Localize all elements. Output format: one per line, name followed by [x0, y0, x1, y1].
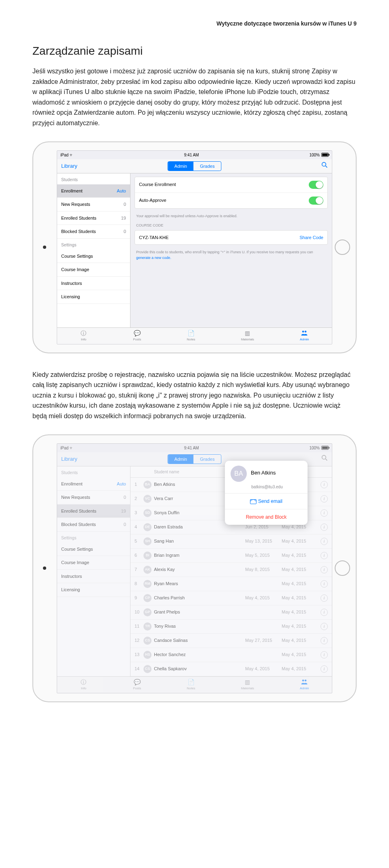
sidebar-item-enrolled[interactable]: Enrolled Students19 — [57, 212, 130, 225]
info-icon[interactable]: i — [321, 609, 328, 616]
switch-course-enrollment[interactable] — [309, 181, 323, 189]
tab-notes[interactable]: 📄Notes — [187, 678, 195, 691]
info-icon[interactable]: i — [321, 637, 328, 644]
nav-back-library[interactable]: Library — [61, 455, 77, 463]
status-bar: iPad ᯤ 9:41 AM 100% — [57, 151, 332, 159]
seg-admin[interactable]: Admin — [168, 162, 193, 171]
tab-admin[interactable]: Admin — [300, 678, 309, 691]
info-icon[interactable]: i — [321, 594, 328, 602]
date-2: May 4, 2015 — [282, 552, 318, 559]
table-row[interactable]: 7AKAlexis KayMay 8, 2015May 4, 2015i — [130, 563, 332, 577]
info-icon[interactable]: i — [321, 580, 328, 588]
share-code-link[interactable]: Share Code — [299, 234, 323, 241]
sidebar-item-blocked[interactable]: Blocked Students0 — [57, 518, 130, 532]
tab-info[interactable]: ⓘInfo — [80, 329, 87, 342]
info-icon[interactable]: i — [321, 481, 328, 488]
table-row[interactable]: 9CPCharles ParrishMay 4, 2015May 4, 2015… — [130, 591, 332, 605]
table-row[interactable]: 13HSHector SanchezMay 4, 2015i — [130, 648, 332, 662]
popover-send-email[interactable]: Send email — [225, 493, 308, 509]
info-icon[interactable]: i — [321, 552, 328, 559]
row-number: 4 — [135, 524, 143, 530]
sidebar-item-instructors[interactable]: Instructors — [57, 570, 130, 584]
svg-point-2 — [302, 331, 304, 333]
row-number: 7 — [135, 566, 143, 573]
admin-icon — [301, 678, 308, 686]
info-icon[interactable]: i — [321, 509, 328, 517]
avatar: BI — [143, 552, 152, 560]
student-name: Tony Rivas — [154, 623, 245, 630]
sidebar-item-licensing[interactable]: Licensing — [57, 290, 130, 304]
sidebar-item-course-image[interactable]: Course Image — [57, 263, 130, 277]
seg-grades[interactable]: Grades — [194, 162, 221, 171]
tab-materials[interactable]: ▥Materials — [241, 329, 254, 342]
table-row[interactable]: 5SHSang HanMay 13, 2015May 4, 2015i — [130, 534, 332, 549]
info-icon[interactable]: i — [321, 566, 328, 573]
segmented-control[interactable]: Admin Grades — [167, 454, 221, 464]
sidebar-item-course-settings[interactable]: Course Settings — [57, 543, 130, 556]
nav-back-library[interactable]: Library — [61, 162, 77, 170]
sidebar-item-enrollment[interactable]: EnrollmentAuto — [57, 477, 130, 491]
search-icon[interactable] — [321, 161, 328, 171]
row-course-code[interactable]: CYZ-TAN-KHEShare Code — [135, 231, 327, 245]
sidebar-item-instructors[interactable]: Instructors — [57, 277, 130, 291]
sidebar-heading-settings: Settings — [57, 532, 130, 543]
tab-posts[interactable]: 💬Posts — [133, 678, 141, 691]
sidebar-heading-students: Students — [57, 466, 130, 477]
battery-icon — [321, 153, 329, 157]
battery-icon — [321, 446, 329, 450]
table-row[interactable]: 14CSChella SapkarovMay 4, 2015May 4, 201… — [130, 662, 332, 676]
generate-new-code-link[interactable]: generate a new code. — [136, 256, 171, 260]
table-row[interactable]: 6BIBrian IngramMay 5, 2015May 4, 2015i — [130, 549, 332, 563]
row-number: 13 — [135, 651, 143, 658]
date-1: May 27, 2015 — [245, 637, 282, 644]
section-caption-course-code: COURSE CODE — [135, 221, 328, 230]
ipad-home-button — [335, 560, 350, 576]
avatar: GP — [143, 608, 152, 616]
date-1: May 8, 2015 — [245, 566, 282, 573]
switch-auto-approve[interactable] — [309, 197, 323, 205]
tab-notes[interactable]: 📄Notes — [187, 329, 195, 342]
tab-info[interactable]: ⓘInfo — [80, 678, 87, 691]
sidebar-item-blocked[interactable]: Blocked Students0 — [57, 225, 130, 239]
sidebar-item-course-settings[interactable]: Course Settings — [57, 250, 130, 263]
info-icon[interactable]: i — [321, 623, 328, 630]
avatar: BA — [143, 481, 152, 489]
seg-grades[interactable]: Grades — [194, 455, 221, 464]
sidebar-item-course-image[interactable]: Course Image — [57, 556, 130, 570]
student-name: Chella Sapkarov — [154, 665, 245, 672]
svg-line-1 — [325, 166, 327, 167]
sidebar-item-enrolled[interactable]: Enrolled Students19 — [57, 505, 130, 518]
row-auto-approve[interactable]: Auto-Approve — [135, 193, 327, 208]
sidebar-item-new-requests[interactable]: New Requests0 — [57, 491, 130, 505]
info-icon[interactable]: i — [321, 665, 328, 673]
row-course-enrollment[interactable]: Course Enrollment — [135, 177, 327, 193]
seg-admin[interactable]: Admin — [168, 455, 193, 464]
status-device: iPad ᯤ — [60, 445, 74, 451]
avatar: SH — [143, 537, 152, 545]
table-row[interactable]: 12CSCandace SalinasMay 27, 2015May 4, 20… — [130, 634, 332, 648]
info-icon[interactable]: i — [321, 524, 328, 531]
table-row[interactable]: 8RMRyan MearsMay 4, 2015i — [130, 577, 332, 591]
search-icon[interactable] — [321, 454, 328, 464]
date-1: May 13, 2015 — [245, 538, 282, 545]
sidebar-item-new-requests[interactable]: New Requests0 — [57, 198, 130, 212]
info-icon[interactable]: i — [321, 495, 328, 502]
row-number: 3 — [135, 509, 143, 516]
popover-student-name: Ben Atkins — [251, 469, 276, 477]
segmented-control[interactable]: Admin Grades — [167, 161, 221, 171]
sidebar-item-enrollment[interactable]: EnrollmentAuto — [57, 184, 130, 198]
tab-materials[interactable]: ▥Materials — [241, 678, 254, 691]
student-name: Brian Ingram — [154, 552, 245, 559]
popover-remove-block[interactable]: Remove and Block — [225, 509, 308, 525]
table-row[interactable]: 11TRTony RivasMay 4, 2015i — [130, 620, 332, 634]
table-row[interactable]: 10GPGrant PhelpsMay 4, 2015i — [130, 605, 332, 620]
sidebar-item-licensing[interactable]: Licensing — [57, 583, 130, 597]
notes-icon: 📄 — [187, 329, 194, 337]
info-icon[interactable]: i — [321, 538, 328, 545]
tab-posts[interactable]: 💬Posts — [133, 329, 141, 342]
info-icon[interactable]: i — [321, 651, 328, 658]
avatar: TR — [143, 622, 152, 631]
avatar: SD — [143, 509, 152, 517]
row-number: 1 — [135, 481, 143, 488]
tab-admin[interactable]: Admin — [300, 329, 309, 342]
